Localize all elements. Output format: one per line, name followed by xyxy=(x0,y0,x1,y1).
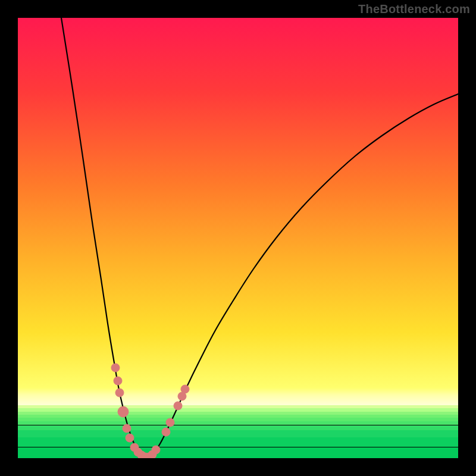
data-marker xyxy=(152,446,160,454)
curve-right-branch xyxy=(147,94,458,458)
curve-left-branch xyxy=(61,18,147,458)
data-marker xyxy=(174,402,182,410)
data-marker xyxy=(126,434,134,442)
data-marker xyxy=(118,406,129,417)
data-marker xyxy=(115,389,124,397)
data-marker xyxy=(166,418,174,427)
marker-group xyxy=(111,364,189,458)
data-marker xyxy=(181,385,189,393)
data-marker xyxy=(111,364,120,372)
data-marker xyxy=(114,377,122,385)
curve-layer xyxy=(18,18,458,458)
plot-area xyxy=(18,18,458,458)
chart-frame: TheBottleneck.com xyxy=(0,0,476,476)
data-marker xyxy=(162,428,170,436)
watermark-text: TheBottleneck.com xyxy=(358,2,470,16)
data-marker xyxy=(123,424,131,433)
